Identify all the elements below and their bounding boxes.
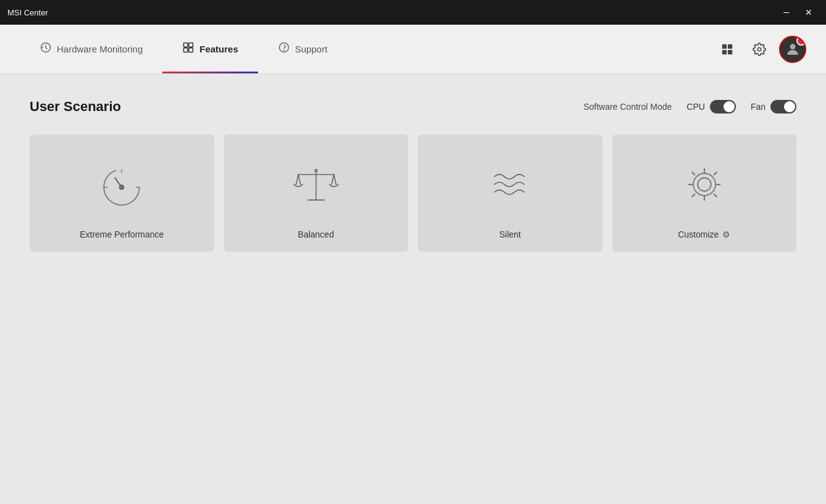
extreme-performance-icon (94, 147, 149, 222)
customize-gear-icon: ⚙ (722, 229, 730, 239)
fan-toggle[interactable] (770, 100, 796, 114)
svg-point-12 (790, 44, 796, 49)
software-control-mode-label: Software Control Mode (583, 102, 672, 112)
cpu-toggle[interactable] (710, 100, 736, 114)
section-header: User Scenario Software Control Mode CPU … (30, 99, 796, 115)
svg-point-28 (693, 173, 715, 196)
hardware-monitoring-icon (40, 41, 52, 57)
svg-rect-9 (722, 49, 727, 54)
customize-icon (677, 147, 732, 222)
tab-features-label: Features (199, 44, 238, 54)
navbar: Hardware Monitoring Features (0, 25, 826, 74)
svg-point-11 (757, 48, 761, 51)
svg-rect-3 (184, 48, 188, 52)
svg-line-25 (332, 175, 334, 184)
tab-hardware-monitoring[interactable]: Hardware Monitoring (20, 25, 162, 73)
controls-row: Software Control Mode CPU Fan (583, 100, 796, 114)
svg-rect-2 (189, 43, 193, 48)
nav-actions (715, 36, 806, 63)
silent-icon (482, 147, 538, 222)
titlebar: MSI Center ─ ✕ (0, 0, 826, 25)
tab-hardware-monitoring-label: Hardware Monitoring (57, 44, 143, 54)
card-extreme-performance[interactable]: Extreme Performance (30, 134, 214, 252)
close-button[interactable]: ✕ (799, 4, 819, 21)
section-title: User Scenario (30, 99, 121, 115)
support-icon (278, 41, 290, 57)
settings-button[interactable] (747, 37, 772, 62)
tab-features[interactable]: Features (162, 25, 258, 73)
svg-line-23 (296, 175, 298, 184)
cpu-label: CPU (686, 102, 705, 112)
silent-label: Silent (499, 229, 521, 239)
features-icon (182, 41, 194, 57)
tab-support-label: Support (295, 44, 328, 54)
svg-line-22 (298, 175, 301, 184)
balanced-icon (288, 147, 344, 222)
cpu-toggle-group: CPU (686, 100, 736, 114)
svg-line-24 (334, 175, 336, 184)
tab-support[interactable]: Support (258, 25, 348, 73)
fan-label: Fan (751, 102, 766, 112)
svg-point-18 (120, 185, 124, 189)
customize-label: Customize ⚙ (678, 229, 730, 239)
svg-point-6 (283, 51, 284, 51)
svg-rect-1 (184, 43, 188, 48)
main-content: User Scenario Software Control Mode CPU … (0, 74, 826, 504)
nav-tabs: Hardware Monitoring Features (20, 25, 347, 73)
extreme-performance-label: Extreme Performance (80, 229, 164, 239)
card-silent[interactable]: Silent (418, 134, 603, 252)
svg-rect-4 (189, 48, 193, 52)
svg-point-26 (314, 169, 317, 172)
svg-rect-10 (728, 49, 732, 54)
avatar[interactable] (779, 36, 806, 63)
fan-toggle-group: Fan (751, 100, 796, 114)
fan-toggle-thumb (784, 101, 795, 112)
svg-point-27 (698, 178, 711, 191)
cpu-toggle-thumb (724, 101, 735, 112)
window-controls: ─ ✕ (777, 4, 819, 21)
svg-rect-7 (722, 44, 727, 48)
scenario-cards-grid: Extreme Performance (30, 134, 796, 252)
app-title: MSI Center (7, 8, 48, 17)
grid-view-button[interactable] (715, 37, 740, 62)
card-balanced[interactable]: Balanced (224, 134, 409, 252)
svg-rect-8 (728, 44, 732, 48)
minimize-button[interactable]: ─ (777, 4, 796, 21)
balanced-label: Balanced (298, 229, 334, 239)
card-customize[interactable]: Customize ⚙ (612, 134, 797, 252)
